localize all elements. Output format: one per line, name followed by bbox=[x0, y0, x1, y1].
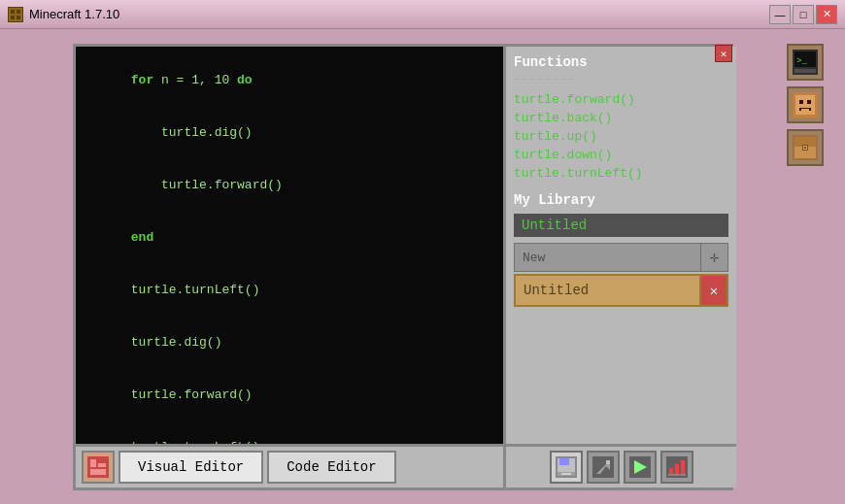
code-editor-area[interactable]: for n = 1, 10 do turtle.dig() turtle.for… bbox=[76, 47, 503, 450]
terminal-side-button[interactable]: >_ bbox=[787, 44, 824, 81]
library-selected-item[interactable]: Untitled bbox=[514, 214, 728, 237]
svg-rect-27 bbox=[794, 69, 816, 73]
toolbar-icon-button[interactable] bbox=[82, 451, 115, 484]
svg-text:>_: >_ bbox=[796, 56, 807, 66]
export-button[interactable] bbox=[587, 451, 620, 484]
title-bar: Minecraft 1.7.10 — □ ✕ bbox=[0, 0, 845, 29]
close-button[interactable]: ✕ bbox=[816, 5, 837, 24]
svg-rect-31 bbox=[807, 100, 811, 104]
function-item-1[interactable]: turtle.forward() bbox=[514, 90, 728, 109]
svg-rect-30 bbox=[799, 100, 803, 104]
svg-rect-2 bbox=[17, 10, 20, 14]
bottom-right-toolbar bbox=[503, 444, 736, 487]
face-side-button[interactable] bbox=[787, 86, 824, 123]
functions-title: Functions bbox=[514, 54, 728, 70]
title-bar-left: Minecraft 1.7.10 bbox=[8, 7, 119, 22]
code-line-4: end bbox=[85, 212, 493, 264]
app-icon bbox=[8, 7, 23, 22]
svg-rect-4 bbox=[17, 16, 20, 19]
function-item-5[interactable]: turtle.turnLeft() bbox=[514, 164, 728, 183]
svg-rect-1 bbox=[11, 10, 15, 14]
library-item-close-button[interactable]: ✕ bbox=[699, 276, 727, 305]
chest-side-button[interactable] bbox=[787, 129, 824, 166]
bottom-toolbar: Visual Editor Code Editor bbox=[76, 444, 503, 487]
svg-rect-3 bbox=[11, 16, 15, 19]
title-bar-buttons: — □ ✕ bbox=[769, 5, 837, 24]
window-title: Minecraft 1.7.10 bbox=[29, 7, 119, 21]
svg-rect-11 bbox=[559, 458, 569, 465]
my-library-title: My Library bbox=[514, 192, 728, 208]
maximize-button[interactable]: □ bbox=[793, 5, 814, 24]
minimize-button[interactable]: — bbox=[769, 5, 791, 24]
visual-editor-button[interactable]: Visual Editor bbox=[118, 451, 263, 484]
function-item-2[interactable]: turtle.back() bbox=[514, 109, 728, 127]
function-item-3[interactable]: turtle.up() bbox=[514, 127, 728, 146]
function-item-4[interactable]: turtle.down() bbox=[514, 146, 728, 164]
library-new-row: New ✛ bbox=[514, 243, 728, 272]
svg-rect-6 bbox=[90, 459, 96, 467]
svg-rect-16 bbox=[606, 460, 610, 464]
side-panel: >_ bbox=[785, 44, 826, 166]
svg-rect-29 bbox=[795, 95, 815, 115]
library-new-label: New bbox=[515, 247, 700, 269]
code-line-1: for n = 1, 10 do bbox=[85, 54, 493, 107]
code-editor-button[interactable]: Code Editor bbox=[267, 451, 395, 484]
code-line-5: turtle.turnLeft() bbox=[85, 264, 493, 317]
svg-rect-20 bbox=[669, 468, 673, 475]
library-item-name[interactable]: Untitled bbox=[516, 279, 699, 302]
code-line-3: turtle.forward() bbox=[85, 159, 493, 212]
code-line-7: turtle.forward() bbox=[85, 369, 493, 421]
svg-rect-13 bbox=[561, 473, 571, 475]
svg-rect-8 bbox=[98, 463, 106, 467]
library-new-button[interactable]: ✛ bbox=[700, 244, 727, 271]
svg-rect-21 bbox=[675, 464, 679, 475]
chart-button[interactable] bbox=[660, 451, 693, 484]
functions-divider: -------- bbox=[514, 72, 728, 86]
code-line-2: turtle.dig() bbox=[85, 107, 493, 159]
inner-close-button[interactable]: ✕ bbox=[715, 45, 732, 62]
svg-rect-7 bbox=[90, 469, 106, 475]
main-window: ✕ for n = 1, 10 do turtle.dig() turtle.f… bbox=[73, 44, 733, 490]
save-button[interactable] bbox=[550, 451, 583, 484]
library-item-row: Untitled ✕ bbox=[514, 274, 728, 307]
run-button[interactable] bbox=[624, 451, 657, 484]
svg-rect-33 bbox=[801, 109, 809, 111]
svg-rect-22 bbox=[681, 460, 685, 475]
svg-rect-39 bbox=[804, 147, 806, 149]
code-line-6: turtle.dig() bbox=[85, 317, 493, 369]
right-panel: Functions -------- turtle.forward() turt… bbox=[503, 47, 736, 450]
